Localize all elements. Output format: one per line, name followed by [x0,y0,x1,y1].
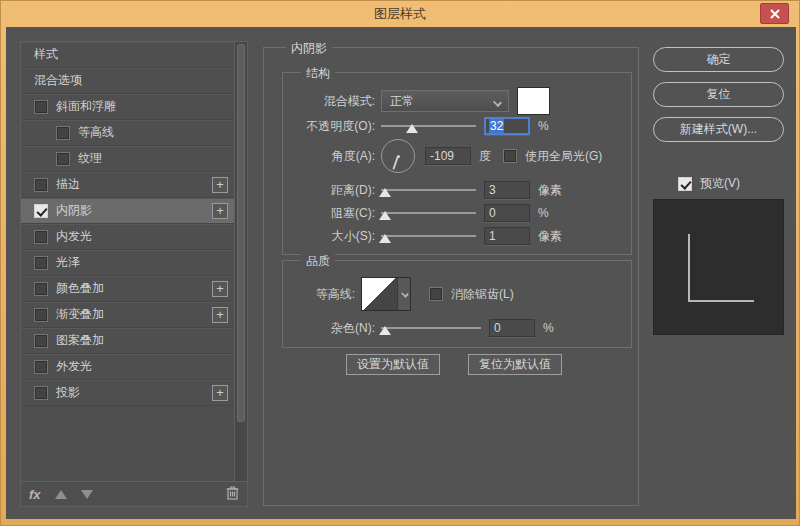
add-stroke-button[interactable]: + [212,177,228,193]
size-input[interactable]: 1 [484,227,530,245]
sidebar-item-gradient-overlay[interactable]: 渐变叠加 + [21,302,234,328]
sidebar-item-pattern-overlay[interactable]: 图案叠加 [21,328,234,354]
bevel-emboss-checkbox[interactable] [34,100,48,114]
sidebar-footer: fx [21,481,247,506]
contour-row: 等高线: 消除锯齿(L) [283,277,514,311]
noise-row: 杂色(N): 0 % [283,319,554,337]
angle-dial[interactable] [381,139,415,173]
outer-glow-checkbox[interactable] [34,360,48,374]
sidebar-item-stroke[interactable]: 描边 + [21,172,234,198]
preview-shape-vertical [688,234,690,302]
sidebar-item-blending-options[interactable]: 混合选项 [21,68,234,94]
structure-legend: 结构 [301,65,335,82]
move-effect-up-button[interactable] [55,490,67,499]
contour-thumbnail [362,278,397,310]
blend-mode-select[interactable]: 正常 [381,90,509,112]
inner-glow-checkbox[interactable] [34,230,48,244]
choke-label: 阻塞(C): [283,205,375,222]
angle-row: 角度(A): -109 度 使用全局光(G) [283,139,602,173]
inner-shadow-checkbox[interactable] [34,204,48,218]
opacity-label: 不透明度(O): [283,118,375,135]
sidebar-item-outer-glow[interactable]: 外发光 [21,354,234,380]
choke-unit: % [538,206,549,220]
color-overlay-checkbox[interactable] [34,282,48,296]
blend-mode-label: 混合模式: [283,93,375,110]
chevron-down-icon [493,98,502,107]
add-gradient-overlay-button[interactable]: + [212,307,228,323]
sidebar-item-drop-shadow[interactable]: 投影 + [21,380,234,406]
blend-mode-row: 混合模式: 正常 [283,87,550,115]
choke-slider[interactable] [381,205,476,221]
contour-dropdown[interactable] [397,278,410,310]
noise-slider[interactable] [381,320,481,336]
distance-slider[interactable] [381,182,476,198]
pattern-overlay-checkbox[interactable] [34,334,48,348]
titlebar[interactable]: 图层样式 [1,1,799,27]
close-button[interactable] [760,3,789,24]
drop-shadow-checkbox[interactable] [34,386,48,400]
choke-input[interactable]: 0 [484,204,530,222]
angle-label: 角度(A): [283,148,375,165]
add-inner-shadow-button[interactable]: + [212,203,228,219]
shadow-color-swatch[interactable] [517,87,550,115]
chevron-down-icon [401,290,409,298]
size-label: 大小(S): [283,228,375,245]
use-global-light-checkbox[interactable] [503,149,517,163]
size-slider[interactable] [381,228,476,244]
quality-group: 品质 等高线: 消除锯齿(L) 杂色(N): 0 [282,260,632,348]
size-row: 大小(S): 1 像素 [283,227,562,245]
effects-list: 样式 混合选项 斜面和浮雕 等高线 纹理 [21,42,234,481]
style-preview-thumbnail [653,199,784,335]
move-effect-down-button[interactable] [81,490,93,499]
anti-alias-checkbox[interactable] [429,287,443,301]
close-icon [770,9,780,19]
sidebar-item-inner-shadow[interactable]: 内阴影 + [21,198,234,224]
preview-shape-horizontal [688,300,754,302]
size-unit: 像素 [538,228,562,245]
noise-label: 杂色(N): [283,320,375,337]
add-color-overlay-button[interactable]: + [212,281,228,297]
angle-unit: 度 [479,148,491,165]
layer-style-dialog: 图层样式 样式 混合选项 斜面和浮雕 等高线 [0,0,800,526]
sidebar-item-texture[interactable]: 纹理 [21,146,234,172]
new-style-button[interactable]: 新建样式(W)... [653,117,784,142]
noise-input[interactable]: 0 [489,319,535,337]
sidebar-item-satin[interactable]: 光泽 [21,250,234,276]
ok-button[interactable]: 确定 [653,47,784,72]
opacity-slider[interactable] [381,118,476,134]
sidebar-item-inner-glow[interactable]: 内发光 [21,224,234,250]
preview-checkbox[interactable] [678,177,692,191]
delete-effect-button[interactable] [226,485,239,503]
add-effect-fx-button[interactable]: fx [29,487,41,502]
sidebar-scrollbar[interactable] [234,42,247,481]
satin-checkbox[interactable] [34,256,48,270]
distance-input[interactable]: 3 [484,181,530,199]
sidebar-item-contour[interactable]: 等高线 [21,120,234,146]
effects-sidebar: 样式 混合选项 斜面和浮雕 等高线 纹理 [20,41,248,507]
quality-legend: 品质 [301,253,335,270]
angle-input[interactable]: -109 [425,147,471,165]
gradient-overlay-checkbox[interactable] [34,308,48,322]
reset-default-button[interactable]: 复位为默认值 [468,354,562,375]
stroke-checkbox[interactable] [34,178,48,192]
trash-icon [226,485,239,500]
preview-label: 预览(V) [700,175,740,192]
dialog-body: 样式 混合选项 斜面和浮雕 等高线 纹理 [6,27,796,519]
contour-checkbox[interactable] [56,126,70,140]
noise-unit: % [543,321,554,335]
choke-row: 阻塞(C): 0 % [283,204,549,222]
reset-button[interactable]: 复位 [653,82,784,107]
sidebar-item-styles[interactable]: 样式 [21,42,234,68]
texture-checkbox[interactable] [56,152,70,166]
distance-label: 距离(D): [283,182,375,199]
scrollbar-thumb[interactable] [237,44,245,422]
structure-group: 结构 混合模式: 正常 不透明度(O): 32 [282,72,632,255]
opacity-input[interactable]: 32 [484,117,530,135]
contour-picker[interactable] [361,277,411,311]
add-drop-shadow-button[interactable]: + [212,385,228,401]
sidebar-item-bevel-emboss[interactable]: 斜面和浮雕 [21,94,234,120]
distance-unit: 像素 [538,182,562,199]
make-default-button[interactable]: 设置为默认值 [346,354,440,375]
opacity-unit: % [538,119,549,133]
sidebar-item-color-overlay[interactable]: 颜色叠加 + [21,276,234,302]
